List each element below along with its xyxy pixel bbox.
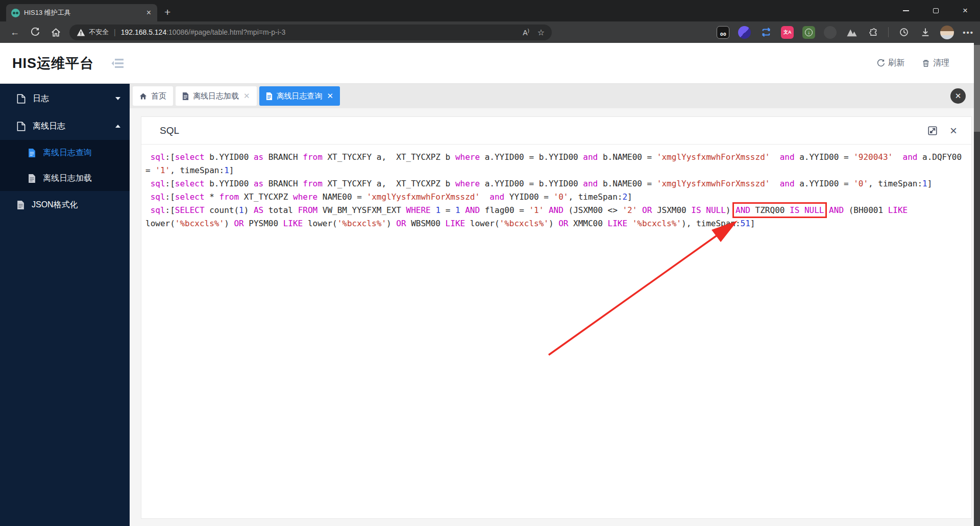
page-outline-icon [17, 94, 26, 104]
scrollbar-thumb[interactable] [974, 45, 980, 132]
sidebar-item-label: 日志 [33, 93, 49, 104]
panel-title: SQL [160, 125, 179, 136]
clean-action-button[interactable]: 清理 [922, 58, 949, 68]
chevron-down-icon [115, 97, 120, 100]
sidebar-item-log[interactable]: 日志 [0, 85, 130, 112]
sql-line: sql:[SELECT count(1) AS total FROM VW_BM… [145, 204, 967, 217]
extension-download-icon[interactable]: ↓ [802, 26, 815, 39]
sql-line: = '1', timeSpan:1] [145, 164, 967, 177]
security-label[interactable]: 不安全 [89, 28, 109, 37]
document-icon [28, 174, 36, 183]
sidebar-item-label: JSON格式化 [32, 200, 78, 210]
page-tab-bar: 首页 离线日志加载 ✕ 离线日志查询 ✕ ✕ [130, 84, 980, 108]
content-area: SQL × sql:[select b.YYID00 as BRANCH fro… [130, 108, 980, 526]
minimize-icon [903, 10, 909, 11]
panel-close-button[interactable]: × [950, 126, 957, 136]
close-all-tabs-button[interactable]: ✕ [950, 88, 966, 104]
sidebar-item-label: 离线日志加载 [43, 173, 92, 184]
new-tab-button[interactable]: + [164, 6, 170, 18]
sidebar-item-offline-log[interactable]: 离线日志 [0, 112, 130, 140]
expand-icon [927, 126, 938, 136]
page-outline-icon [17, 122, 26, 131]
main-area: 首页 离线日志加载 ✕ 离线日志查询 ✕ ✕ SQL [130, 84, 980, 526]
refresh-action-icon [877, 59, 885, 67]
read-aloud-icon[interactable]: A) [523, 28, 529, 37]
window-minimize-button[interactable] [891, 0, 921, 21]
downloads-button[interactable] [919, 26, 932, 39]
sidebar-collapse-button[interactable] [111, 58, 125, 69]
page-title: HIS运维平台 [12, 54, 94, 73]
maximize-icon [933, 8, 939, 13]
page-scrollbar[interactable] [974, 43, 980, 526]
tab-close-icon[interactable]: ✕ [243, 91, 250, 101]
download-arrow-icon [920, 27, 930, 37]
refresh-action-label: 刷新 [888, 58, 904, 68]
panel-expand-button[interactable] [927, 126, 938, 136]
sql-line: sql:[select * from XT_TYCXPZ where NAME0… [145, 190, 967, 204]
sidebar-item-json-format[interactable]: JSON格式化 [0, 191, 130, 219]
home-tab-icon [139, 92, 147, 100]
window-close-button[interactable]: × [950, 0, 980, 21]
browser-toolbar: ← 不安全 | 192.168.5.124:10086/#page/table.… [0, 21, 980, 43]
extension-disabled-icon[interactable] [824, 26, 837, 39]
toolbar-separator [888, 27, 889, 37]
mountain-icon[interactable] [845, 26, 858, 39]
sql-panel-header: SQL × [141, 117, 971, 145]
extension-translate-icon[interactable]: 文A [781, 26, 794, 39]
chevron-up-icon [115, 125, 120, 128]
history-button[interactable] [897, 26, 910, 39]
back-button[interactable]: ← [8, 26, 21, 39]
favicon-icon [11, 9, 20, 17]
extension-oo-icon[interactable]: oo [717, 26, 729, 39]
collapse-menu-icon [111, 58, 125, 69]
sidebar-item-offline-log-load[interactable]: 离线日志加载 [0, 165, 130, 191]
sql-log: sql:[select b.YYID00 as BRANCH from XT_T… [141, 145, 971, 236]
window-maximize-button[interactable] [921, 0, 950, 21]
annotation-red-box: AND TZRQ00 IS NULL [736, 205, 824, 215]
tab-close-icon[interactable]: × [145, 8, 152, 17]
document-icon [266, 92, 273, 100]
tab-label: 首页 [151, 91, 166, 101]
extensions-row: oo 文A ↓ ••• [717, 26, 974, 39]
address-separator: | [114, 28, 116, 36]
profile-avatar[interactable] [940, 26, 954, 39]
window-controls: × [891, 0, 980, 21]
refresh-icon [31, 28, 40, 37]
tab-offline-log-query[interactable]: 离线日志查询 ✕ [259, 86, 340, 106]
sidebar-item-label: 离线日志 [33, 121, 65, 132]
document-icon [182, 92, 189, 100]
document-icon [28, 149, 36, 157]
sql-panel: SQL × sql:[select b.YYID00 as BRANCH fro… [141, 116, 972, 519]
refresh-button[interactable] [29, 26, 42, 39]
browser-tab-title: HIS13 维护工具 [24, 8, 145, 17]
address-bar[interactable]: 不安全 | 192.168.5.124:10086/#page/table.ht… [69, 25, 552, 40]
tab-label: 离线日志查询 [277, 91, 323, 101]
document-icon [17, 201, 24, 209]
home-button[interactable] [49, 26, 62, 39]
extension-swirl-icon[interactable] [738, 26, 751, 39]
tab-home[interactable]: 首页 [133, 86, 173, 106]
url-path: :10086/#page/table.html?mpi=m-p-i-3 [166, 28, 285, 36]
sql-line: sql:[select b.YYID00 as BRANCH from XT_T… [145, 151, 967, 164]
sidebar-submenu: 离线日志查询 离线日志加载 [0, 140, 130, 191]
refresh-action-button[interactable]: 刷新 [877, 58, 904, 68]
tab-label: 离线日志加载 [193, 91, 239, 101]
tab-offline-log-load[interactable]: 离线日志加载 ✕ [176, 86, 257, 106]
extensions-puzzle-icon[interactable] [867, 26, 879, 39]
clean-action-label: 清理 [933, 58, 949, 68]
trash-icon [922, 59, 930, 67]
history-clock-icon [899, 27, 909, 37]
extension-loop-icon[interactable] [760, 26, 772, 39]
browser-menu-icon[interactable]: ••• [963, 28, 974, 37]
warning-icon [77, 28, 85, 37]
app-header: HIS运维平台 刷新 清理 [0, 43, 980, 84]
sidebar: 日志 离线日志 离线日志查询 离线日志加载 JSON格式化 [0, 84, 130, 526]
url-host: 192.168.5.124 [121, 28, 167, 36]
tab-close-icon[interactable]: ✕ [327, 91, 334, 101]
browser-titlebar: HIS13 维护工具 × + × [0, 0, 980, 21]
browser-tab[interactable]: HIS13 维护工具 × [6, 4, 157, 21]
home-icon [51, 28, 61, 37]
sql-line: lower('%bcxcls%') OR PYSM00 LIKE lower('… [145, 217, 967, 230]
sidebar-item-offline-log-query[interactable]: 离线日志查询 [0, 140, 130, 165]
favorite-star-icon[interactable]: ☆ [537, 28, 545, 37]
